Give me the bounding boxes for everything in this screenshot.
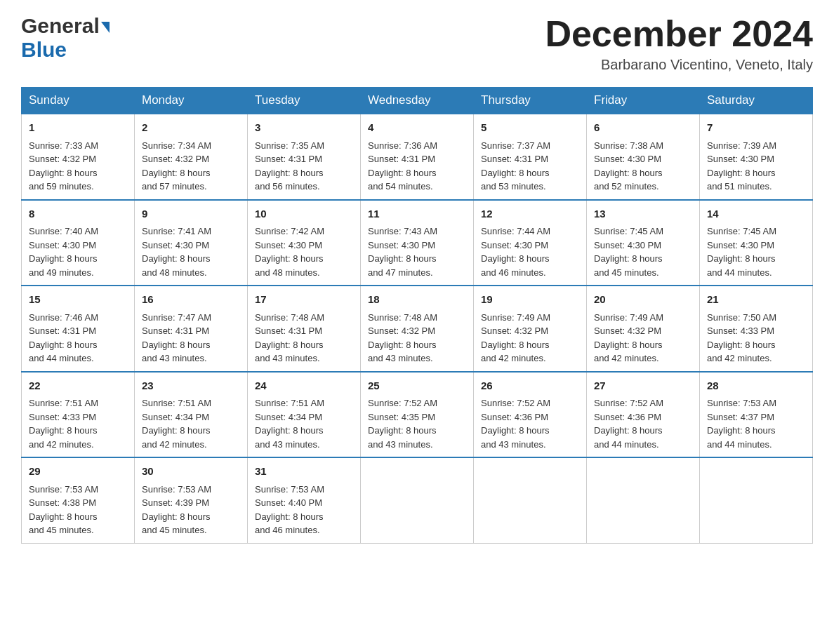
calendar-header-sunday: Sunday xyxy=(22,88,135,114)
calendar-cell: 2Sunrise: 7:34 AMSunset: 4:32 PMDaylight… xyxy=(135,114,248,200)
day-number: 30 xyxy=(142,464,240,480)
day-number: 16 xyxy=(142,292,240,308)
day-number: 23 xyxy=(142,378,240,394)
calendar-cell: 9Sunrise: 7:41 AMSunset: 4:30 PMDaylight… xyxy=(135,200,248,286)
calendar-header-thursday: Thursday xyxy=(474,88,587,114)
calendar-cell: 20Sunrise: 7:49 AMSunset: 4:32 PMDayligh… xyxy=(587,286,700,372)
calendar-cell xyxy=(587,457,700,543)
day-number: 29 xyxy=(29,464,127,480)
day-number: 2 xyxy=(142,120,240,136)
logo: General Blue xyxy=(21,14,110,62)
calendar-header-saturday: Saturday xyxy=(700,88,813,114)
calendar-cell: 31Sunrise: 7:53 AMSunset: 4:40 PMDayligh… xyxy=(248,457,361,543)
calendar-cell: 16Sunrise: 7:47 AMSunset: 4:31 PMDayligh… xyxy=(135,286,248,372)
day-number: 8 xyxy=(29,206,127,222)
calendar-cell: 6Sunrise: 7:38 AMSunset: 4:30 PMDaylight… xyxy=(587,114,700,200)
calendar-cell: 30Sunrise: 7:53 AMSunset: 4:39 PMDayligh… xyxy=(135,457,248,543)
day-number: 11 xyxy=(368,206,466,222)
calendar-cell: 24Sunrise: 7:51 AMSunset: 4:34 PMDayligh… xyxy=(248,372,361,458)
day-number: 1 xyxy=(29,120,127,136)
calendar-cell: 1Sunrise: 7:33 AMSunset: 4:32 PMDaylight… xyxy=(22,114,135,200)
calendar-cell: 23Sunrise: 7:51 AMSunset: 4:34 PMDayligh… xyxy=(135,372,248,458)
calendar-cell: 22Sunrise: 7:51 AMSunset: 4:33 PMDayligh… xyxy=(22,372,135,458)
day-number: 12 xyxy=(481,206,579,222)
calendar-week-row: 29Sunrise: 7:53 AMSunset: 4:38 PMDayligh… xyxy=(22,457,813,543)
calendar-cell: 26Sunrise: 7:52 AMSunset: 4:36 PMDayligh… xyxy=(474,372,587,458)
calendar-header-tuesday: Tuesday xyxy=(248,88,361,114)
calendar-week-row: 8Sunrise: 7:40 AMSunset: 4:30 PMDaylight… xyxy=(22,200,813,286)
day-number: 6 xyxy=(594,120,692,136)
day-number: 17 xyxy=(255,292,353,308)
logo-blue-text: Blue xyxy=(21,38,67,62)
title-block: December 2024 Barbarano Vicentino, Venet… xyxy=(545,14,813,73)
calendar-cell: 25Sunrise: 7:52 AMSunset: 4:35 PMDayligh… xyxy=(361,372,474,458)
calendar-week-row: 22Sunrise: 7:51 AMSunset: 4:33 PMDayligh… xyxy=(22,372,813,458)
day-number: 15 xyxy=(29,292,127,308)
calendar-cell: 7Sunrise: 7:39 AMSunset: 4:30 PMDaylight… xyxy=(700,114,813,200)
day-number: 31 xyxy=(255,464,353,480)
day-number: 28 xyxy=(707,378,805,394)
calendar-cell: 12Sunrise: 7:44 AMSunset: 4:30 PMDayligh… xyxy=(474,200,587,286)
day-number: 27 xyxy=(594,378,692,394)
logo-general-text: General xyxy=(21,14,100,38)
calendar-cell: 13Sunrise: 7:45 AMSunset: 4:30 PMDayligh… xyxy=(587,200,700,286)
calendar-cell: 11Sunrise: 7:43 AMSunset: 4:30 PMDayligh… xyxy=(361,200,474,286)
calendar-cell: 5Sunrise: 7:37 AMSunset: 4:31 PMDaylight… xyxy=(474,114,587,200)
calendar-cell: 27Sunrise: 7:52 AMSunset: 4:36 PMDayligh… xyxy=(587,372,700,458)
calendar-header-friday: Friday xyxy=(587,88,700,114)
day-number: 18 xyxy=(368,292,466,308)
calendar-cell: 14Sunrise: 7:45 AMSunset: 4:30 PMDayligh… xyxy=(700,200,813,286)
day-number: 19 xyxy=(481,292,579,308)
day-number: 25 xyxy=(368,378,466,394)
calendar-header-monday: Monday xyxy=(135,88,248,114)
day-number: 9 xyxy=(142,206,240,222)
calendar-cell: 17Sunrise: 7:48 AMSunset: 4:31 PMDayligh… xyxy=(248,286,361,372)
calendar-table: SundayMondayTuesdayWednesdayThursdayFrid… xyxy=(21,87,813,544)
calendar-cell xyxy=(700,457,813,543)
calendar-cell: 29Sunrise: 7:53 AMSunset: 4:38 PMDayligh… xyxy=(22,457,135,543)
logo-arrow-icon xyxy=(101,22,110,33)
day-number: 26 xyxy=(481,378,579,394)
calendar-cell: 4Sunrise: 7:36 AMSunset: 4:31 PMDaylight… xyxy=(361,114,474,200)
day-number: 4 xyxy=(368,120,466,136)
day-number: 21 xyxy=(707,292,805,308)
day-number: 3 xyxy=(255,120,353,136)
day-number: 5 xyxy=(481,120,579,136)
calendar-week-row: 1Sunrise: 7:33 AMSunset: 4:32 PMDaylight… xyxy=(22,114,813,200)
day-number: 7 xyxy=(707,120,805,136)
calendar-cell: 8Sunrise: 7:40 AMSunset: 4:30 PMDaylight… xyxy=(22,200,135,286)
calendar-week-row: 15Sunrise: 7:46 AMSunset: 4:31 PMDayligh… xyxy=(22,286,813,372)
day-number: 13 xyxy=(594,206,692,222)
calendar-header-row: SundayMondayTuesdayWednesdayThursdayFrid… xyxy=(22,88,813,114)
page-header: General Blue December 2024 Barbarano Vic… xyxy=(21,14,813,73)
calendar-cell: 3Sunrise: 7:35 AMSunset: 4:31 PMDaylight… xyxy=(248,114,361,200)
calendar-cell: 28Sunrise: 7:53 AMSunset: 4:37 PMDayligh… xyxy=(700,372,813,458)
month-title: December 2024 xyxy=(545,14,813,54)
location-text: Barbarano Vicentino, Veneto, Italy xyxy=(545,57,813,73)
calendar-cell: 18Sunrise: 7:48 AMSunset: 4:32 PMDayligh… xyxy=(361,286,474,372)
calendar-cell: 10Sunrise: 7:42 AMSunset: 4:30 PMDayligh… xyxy=(248,200,361,286)
calendar-cell xyxy=(474,457,587,543)
calendar-cell: 19Sunrise: 7:49 AMSunset: 4:32 PMDayligh… xyxy=(474,286,587,372)
day-number: 10 xyxy=(255,206,353,222)
day-number: 14 xyxy=(707,206,805,222)
calendar-cell: 15Sunrise: 7:46 AMSunset: 4:31 PMDayligh… xyxy=(22,286,135,372)
calendar-cell xyxy=(361,457,474,543)
calendar-cell: 21Sunrise: 7:50 AMSunset: 4:33 PMDayligh… xyxy=(700,286,813,372)
day-number: 20 xyxy=(594,292,692,308)
day-number: 22 xyxy=(29,378,127,394)
day-number: 24 xyxy=(255,378,353,394)
calendar-header-wednesday: Wednesday xyxy=(361,88,474,114)
